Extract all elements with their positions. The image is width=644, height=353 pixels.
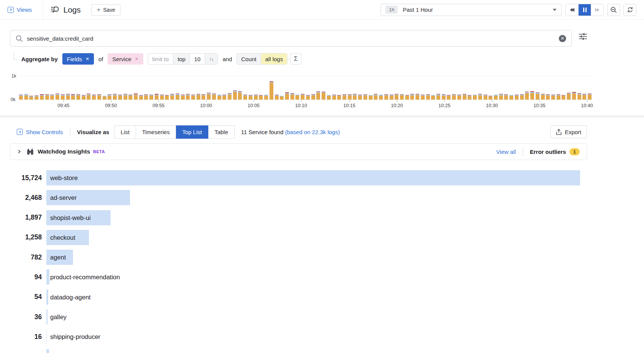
histogram-bar[interactable] — [557, 76, 560, 100]
based-on-logs-link[interactable]: (based on 22.3k logs) — [285, 129, 340, 135]
histogram-bar[interactable] — [332, 76, 336, 100]
histogram-bar[interactable] — [541, 76, 545, 100]
histogram-bar[interactable] — [144, 76, 148, 100]
histogram-bar[interactable] — [92, 76, 96, 100]
all-logs-scope-button[interactable]: all logs — [261, 54, 287, 64]
histogram-bar[interactable] — [61, 76, 65, 100]
histogram-bar[interactable] — [56, 76, 59, 100]
histogram-bar[interactable] — [290, 76, 294, 100]
remove-service-icon[interactable]: ✕ — [135, 57, 138, 61]
histogram-bar[interactable] — [212, 76, 216, 100]
histogram-bar[interactable] — [530, 76, 534, 100]
histogram-bar[interactable] — [431, 76, 435, 100]
histogram-bar[interactable] — [582, 76, 586, 100]
histogram-bar[interactable] — [395, 76, 398, 100]
histogram-bar[interactable] — [217, 76, 221, 100]
pause-button[interactable] — [578, 4, 591, 16]
histogram-bar[interactable] — [473, 76, 477, 100]
toplist-bar[interactable] — [46, 290, 48, 305]
histogram-bar[interactable] — [520, 76, 524, 100]
histogram-bar[interactable] — [416, 76, 419, 100]
histogram-bar[interactable] — [181, 76, 185, 100]
histogram-bar[interactable] — [369, 76, 373, 100]
histogram-bar[interactable] — [259, 76, 263, 100]
histogram-bar[interactable] — [118, 76, 122, 100]
histogram-bar[interactable] — [536, 76, 539, 100]
toplist-label[interactable]: galley — [50, 309, 67, 325]
views-button[interactable]: Views — [8, 6, 32, 13]
histogram-bar[interactable] — [316, 76, 320, 100]
histogram-bar[interactable] — [322, 76, 325, 100]
tab-list[interactable]: List — [114, 125, 136, 139]
histogram-bar[interactable] — [442, 76, 446, 100]
histogram-bar[interactable] — [243, 76, 247, 100]
histogram-bar[interactable] — [285, 76, 289, 100]
histogram-bar[interactable] — [400, 76, 404, 100]
histogram-bar[interactable] — [160, 76, 164, 100]
group-by-fields-chip[interactable]: Fields ✕ — [62, 53, 94, 65]
histogram-bar[interactable] — [494, 76, 498, 100]
toplist-label[interactable]: ad-server — [50, 190, 77, 205]
histogram-bar[interactable] — [489, 76, 492, 100]
histogram-bar[interactable] — [572, 76, 576, 100]
histogram-bar[interactable] — [337, 76, 341, 100]
histogram-bar[interactable] — [280, 76, 284, 100]
histogram-bar[interactable] — [228, 76, 232, 100]
histogram-bar[interactable] — [577, 76, 581, 100]
histogram-bar[interactable] — [327, 76, 331, 100]
histogram-bar[interactable] — [254, 76, 258, 100]
histogram-bar[interactable] — [509, 76, 513, 100]
histogram-bar[interactable] — [40, 76, 44, 100]
histogram-bar[interactable] — [71, 76, 75, 100]
histogram-bar[interactable] — [270, 76, 273, 100]
toplist-label[interactable]: shopist-web-ui — [50, 210, 90, 225]
histogram-bar[interactable] — [108, 76, 111, 100]
expand-watchdog-button[interactable] — [17, 149, 21, 154]
histogram-bar[interactable] — [295, 76, 299, 100]
histogram-bar[interactable] — [176, 76, 179, 100]
histogram-bar[interactable] — [165, 76, 169, 100]
histogram-bar[interactable] — [66, 76, 70, 100]
histogram-bar[interactable] — [436, 76, 440, 100]
histogram-bar[interactable] — [301, 76, 305, 100]
fast-forward-button[interactable] — [591, 4, 603, 16]
export-button[interactable]: Export — [550, 125, 587, 138]
histogram-bar[interactable] — [457, 76, 461, 100]
histogram-bar[interactable] — [139, 76, 143, 100]
histogram-bar[interactable] — [426, 76, 430, 100]
tab-table[interactable]: Table — [208, 125, 235, 139]
histogram-bar[interactable] — [197, 76, 200, 100]
toplist-bar[interactable] — [46, 329, 47, 344]
histogram-bar[interactable] — [45, 76, 49, 100]
histogram-bar[interactable] — [504, 76, 508, 100]
show-controls-button[interactable]: Show Controls — [17, 129, 63, 135]
histogram-bar[interactable] — [87, 76, 90, 100]
histogram-bar[interactable] — [275, 76, 279, 100]
histogram-bar[interactable] — [124, 76, 127, 100]
histogram-bar[interactable] — [478, 76, 482, 100]
histogram-bar[interactable] — [311, 76, 315, 100]
histogram-bar[interactable] — [468, 76, 471, 100]
histogram-bar[interactable] — [128, 76, 132, 100]
histogram-bar[interactable] — [207, 76, 211, 100]
histogram-bar[interactable] — [343, 76, 346, 100]
add-formula-button[interactable]: Σ — [290, 53, 301, 65]
toplist-label[interactable]: agent — [50, 250, 66, 265]
histogram-bar[interactable] — [374, 76, 378, 100]
histogram-bar[interactable] — [50, 76, 54, 100]
search-options-icon[interactable] — [579, 32, 587, 40]
clear-search-icon[interactable]: ✕ — [559, 35, 566, 42]
toplist-label[interactable]: product-recommendation — [50, 269, 120, 285]
search-input[interactable] — [27, 35, 559, 42]
histogram-bar[interactable] — [249, 76, 252, 100]
save-button[interactable]: + Save — [91, 4, 121, 16]
histogram-bar[interactable] — [410, 76, 414, 100]
histogram-bar[interactable] — [525, 76, 529, 100]
tab-timeseries[interactable]: Timeseries — [136, 125, 176, 139]
histogram-bar[interactable] — [567, 76, 571, 100]
toplist-label[interactable]: datadog-agent — [50, 290, 90, 305]
histogram-bar[interactable] — [515, 76, 519, 100]
histogram-bar[interactable] — [103, 76, 106, 100]
histogram-bar[interactable] — [134, 76, 138, 100]
histogram-bar[interactable] — [76, 76, 80, 100]
